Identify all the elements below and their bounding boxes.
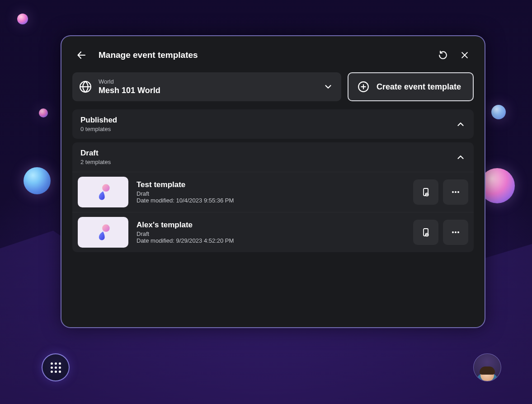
svg-point-18 [452,231,454,233]
door-exit-icon [420,187,431,197]
toolbar: World Mesh 101 World Create event templa… [72,72,474,101]
close-button[interactable] [456,46,474,64]
world-selector[interactable]: World Mesh 101 World [72,72,341,101]
template-item[interactable]: Test template Draft Date modified: 10/4/… [72,172,474,212]
template-text: Test template Draft Date modified: 10/4/… [137,180,405,204]
template-status: Draft [137,190,405,197]
decor-sphere [39,108,48,117]
refresh-button[interactable] [434,46,452,64]
avatar-hair [480,366,495,375]
template-actions [413,179,468,205]
mesh-logo-icon [93,222,113,242]
template-action-button[interactable] [413,179,438,205]
chevron-down-icon [323,82,333,92]
section-draft: Draft 2 templates Test template Draft [72,142,474,252]
template-date-modified: Date modified: 10/4/2023 9:55:36 PM [137,197,405,204]
template-text: Alex's template Draft Date modified: 9/2… [137,221,405,244]
header-actions [434,46,474,64]
section-draft-header[interactable]: Draft 2 templates [72,142,474,172]
svg-point-7 [102,184,110,192]
back-button[interactable] [72,46,90,64]
refresh-icon [438,50,448,60]
section-header-text: Draft 2 templates [80,149,456,165]
template-more-button[interactable] [443,220,468,245]
template-thumbnail [78,177,128,207]
door-exit-icon [420,227,431,238]
arrow-left-icon [76,50,87,61]
section-published-header[interactable]: Published 0 templates [72,109,474,139]
template-more-button[interactable] [443,179,468,205]
mesh-logo-icon [93,182,113,202]
window-header: Manage event templates [72,46,474,64]
svg-point-14 [102,225,110,232]
avatar-head [480,368,494,381]
section-subtitle: 2 templates [80,159,456,165]
template-title: Test template [137,180,405,189]
window-title: Manage event templates [99,50,426,60]
create-button-label: Create event template [377,82,461,92]
world-selector-text: World Mesh 101 World [99,78,317,95]
grid-icon [51,362,61,373]
svg-point-20 [457,231,459,233]
template-action-button[interactable] [413,220,438,245]
svg-point-11 [452,191,454,193]
svg-point-12 [455,191,457,193]
template-thumbnail [78,217,128,248]
template-item[interactable]: Alex's template Draft Date modified: 9/2… [72,212,474,252]
template-status: Draft [137,230,405,237]
svg-point-19 [455,231,457,233]
section-title: Draft [80,149,456,158]
app-menu-button[interactable] [42,353,70,381]
world-selector-label: World [99,78,317,85]
plus-circle-icon [358,81,369,93]
section-header-text: Published 0 templates [80,116,456,132]
section-published: Published 0 templates [72,109,474,139]
decor-sphere [491,105,506,119]
manage-templates-window: Manage event templates World Mesh 101 Wo… [61,35,485,328]
world-selector-value: Mesh 101 World [99,85,317,96]
avatar-button[interactable] [473,353,501,381]
template-date-modified: Date modified: 9/29/2023 4:52:20 PM [137,237,405,244]
svg-point-13 [457,191,459,193]
decor-sphere [17,14,28,24]
create-event-template-button[interactable]: Create event template [348,72,474,101]
section-subtitle: 0 templates [80,126,456,132]
more-horizontal-icon [450,187,461,197]
globe-icon [79,80,92,94]
more-horizontal-icon [450,227,461,238]
section-title: Published [80,116,456,125]
chevron-up-icon [456,152,466,162]
close-icon [460,51,469,60]
decor-sphere [24,167,51,194]
template-title: Alex's template [137,221,405,230]
chevron-up-icon [456,119,466,129]
template-actions [413,220,468,245]
